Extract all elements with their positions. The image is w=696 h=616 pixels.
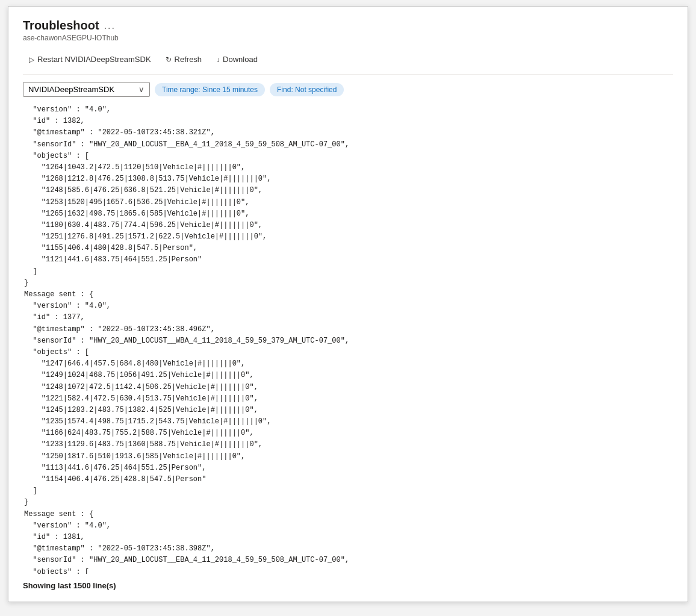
- log-line: }: [23, 497, 673, 508]
- log-line: "sensorId" : "HWY_20_AND_LOCUST__EBA_4_1…: [23, 139, 673, 151]
- log-line: "1155|406.4|480|428.8|547.5|Person",: [23, 243, 673, 254]
- download-button[interactable]: ↓ Download: [210, 52, 264, 67]
- log-line: "1248|585.6|476.25|636.8|521.25|Vehicle|…: [23, 185, 673, 196]
- log-line: "1251|1276.8|491.25|1571.2|622.5|Vehicle…: [23, 231, 673, 243]
- log-line: ]: [23, 485, 673, 497]
- log-line: Message sent : {: [23, 289, 673, 300]
- log-line: "1265|1632|498.75|1865.6|585|Vehicle|#||…: [23, 208, 673, 220]
- log-line: "1154|406.4|476.25|428.8|547.5|Person": [23, 474, 673, 485]
- refresh-icon: ↻: [166, 55, 172, 64]
- log-line: "version" : "4.0",: [23, 520, 673, 532]
- log-line: "objects" : [: [23, 347, 673, 358]
- log-line: "@timestamp" : "2022-05-10T23:45:38.398Z…: [23, 543, 673, 555]
- status-bar: Showing last 1500 line(s): [23, 581, 673, 590]
- log-line: "version" : "4.0",: [23, 300, 673, 312]
- log-line: ]: [23, 266, 673, 278]
- download-icon: ↓: [216, 55, 220, 64]
- log-line: "1221|582.4|472.5|630.4|513.75|Vehicle|#…: [23, 393, 673, 405]
- log-line: "version" : "4.0",: [23, 104, 673, 116]
- log-line: "1113|441.6|476.25|464|551.25|Person",: [23, 462, 673, 474]
- log-line: "sensorId" : "HWY_20_AND_LOCUST__EBA_4_1…: [23, 555, 673, 566]
- log-line: "1248|1072|472.5|1142.4|506.25|Vehicle|#…: [23, 382, 673, 393]
- log-line: "1249|1024|468.75|1056|491.25|Vehicle|#|…: [23, 370, 673, 381]
- refresh-label: Refresh: [175, 55, 202, 64]
- title-row: Troubleshoot ...: [23, 19, 673, 33]
- toolbar: ▷ Restart NVIDIADeepStreamSDK ↻ Refresh …: [23, 52, 673, 75]
- log-line: "1253|1520|495|1657.6|536.25|Vehicle|#||…: [23, 197, 673, 208]
- log-line: "id" : 1377,: [23, 312, 673, 323]
- restart-label: Restart NVIDIADeepStreamSDK: [37, 55, 151, 64]
- log-line: "sensorId" : "HWY_20_AND_LOCUST__WBA_4_1…: [23, 335, 673, 347]
- log-line: "1250|1817.6|510|1913.6|585|Vehicle|#|||…: [23, 451, 673, 462]
- subtitle: ase-chawonASEGPU-IOThub: [23, 34, 673, 42]
- header-area: Troubleshoot ... ase-chawonASEGPU-IOThub: [23, 19, 673, 42]
- restart-button[interactable]: ▷ Restart NVIDIADeepStreamSDK: [23, 52, 157, 67]
- log-line: "objects" : [: [23, 567, 673, 574]
- filter-row: NVIDIADeepStreamSDK ∨ Time range: Since …: [23, 82, 673, 97]
- log-line: "id" : 1381,: [23, 532, 673, 543]
- log-line: "1245|1283.2|483.75|1382.4|525|Vehicle|#…: [23, 405, 673, 416]
- log-line: "1268|1212.8|476.25|1308.8|513.75|Vehicl…: [23, 173, 673, 185]
- more-options-button[interactable]: ...: [104, 20, 116, 31]
- log-line: "1235|1574.4|498.75|1715.2|543.75|Vehicl…: [23, 416, 673, 428]
- chevron-down-icon: ∨: [138, 85, 144, 94]
- refresh-button[interactable]: ↻ Refresh: [160, 52, 208, 67]
- troubleshoot-window: Troubleshoot ... ase-chawonASEGPU-IOThub…: [8, 6, 688, 602]
- page-title: Troubleshoot: [23, 19, 99, 33]
- log-line: "1180|630.4|483.75|774.4|596.25|Vehicle|…: [23, 220, 673, 231]
- log-line: "1247|646.4|457.5|684.8|480|Vehicle|#|||…: [23, 358, 673, 370]
- log-line: "@timestamp" : "2022-05-10T23:45:38.496Z…: [23, 324, 673, 335]
- log-container: "version" : "4.0", "id" : 1382, "@timest…: [23, 104, 673, 574]
- log-line: "1121|441.6|483.75|464|551.25|Person": [23, 254, 673, 266]
- log-line: "1264|1043.2|472.5|1120|510|Vehicle|#|||…: [23, 162, 673, 173]
- log-line: "objects" : [: [23, 151, 673, 162]
- download-label: Download: [223, 55, 258, 64]
- module-selected-value: NVIDIADeepStreamSDK: [28, 85, 114, 94]
- restart-icon: ▷: [29, 55, 34, 64]
- time-range-badge[interactable]: Time range: Since 15 minutes: [155, 83, 265, 96]
- log-line: Message sent : {: [23, 509, 673, 520]
- log-line: "1166|624|483.75|755.2|588.75|Vehicle|#|…: [23, 428, 673, 439]
- module-dropdown[interactable]: NVIDIADeepStreamSDK ∨: [23, 82, 150, 97]
- log-line: }: [23, 278, 673, 289]
- log-line: "1233|1129.6|483.75|1360|588.75|Vehicle|…: [23, 439, 673, 450]
- find-badge[interactable]: Find: Not specified: [270, 83, 344, 96]
- log-line: "@timestamp" : "2022-05-10T23:45:38.321Z…: [23, 127, 673, 138]
- log-line: "id" : 1382,: [23, 116, 673, 127]
